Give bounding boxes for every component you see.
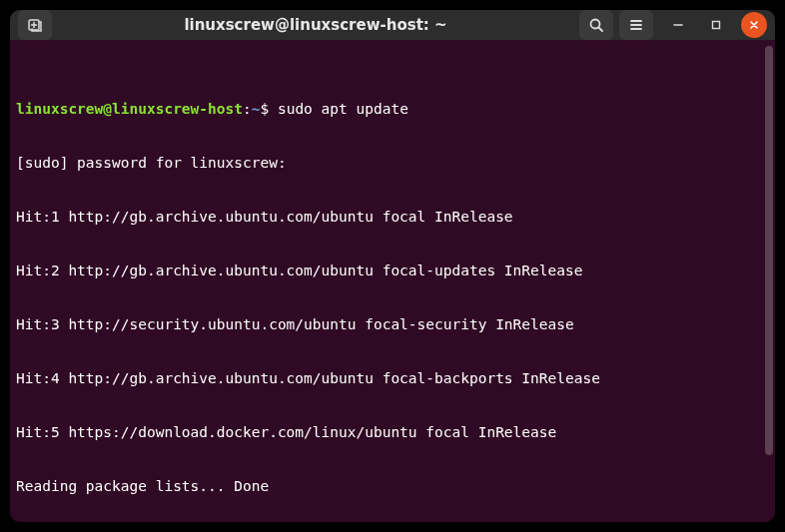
search-button[interactable] (579, 10, 613, 40)
output-line: Reading package lists... Done (16, 477, 769, 495)
new-tab-icon (27, 17, 43, 33)
new-tab-button[interactable] (18, 10, 52, 40)
maximize-icon (711, 20, 721, 30)
output-line: Hit:2 http://gb.archive.ubuntu.com/ubunt… (16, 262, 769, 279)
svg-rect-2 (713, 22, 720, 29)
prompt-user-host: linuxscrew@linuxscrew-host (16, 101, 243, 117)
terminal-window: linuxscrew@linuxscrew-host: ~ (10, 10, 775, 522)
search-icon (588, 17, 604, 33)
prompt-line-1: linuxscrew@linuxscrew-host:~$ sudo apt u… (16, 100, 769, 118)
minimize-icon (673, 20, 683, 30)
minimize-button[interactable] (665, 12, 691, 38)
output-line: [sudo] password for linuxscrew: (16, 154, 769, 172)
command-text: sudo apt update (278, 101, 408, 117)
output-line: Hit:5 https://download.docker.com/linux/… (16, 423, 769, 441)
close-icon (749, 20, 759, 30)
close-button[interactable] (741, 12, 767, 38)
terminal-body[interactable]: linuxscrew@linuxscrew-host:~$ sudo apt u… (10, 40, 775, 522)
maximize-button[interactable] (703, 12, 729, 38)
titlebar: linuxscrew@linuxscrew-host: ~ (10, 10, 775, 40)
window-title: linuxscrew@linuxscrew-host: ~ (58, 16, 573, 34)
prompt-symbol: $ (260, 101, 269, 117)
output-line: Hit:4 http://gb.archive.ubuntu.com/ubunt… (16, 369, 769, 387)
prompt-colon: : (243, 101, 252, 117)
scrollbar[interactable] (765, 46, 773, 455)
output-line: Hit:1 http://gb.archive.ubuntu.com/ubunt… (16, 208, 769, 226)
menu-icon (628, 17, 644, 33)
output-line: Hit:3 http://security.ubuntu.com/ubuntu … (16, 315, 769, 333)
hamburger-menu-button[interactable] (619, 10, 653, 40)
